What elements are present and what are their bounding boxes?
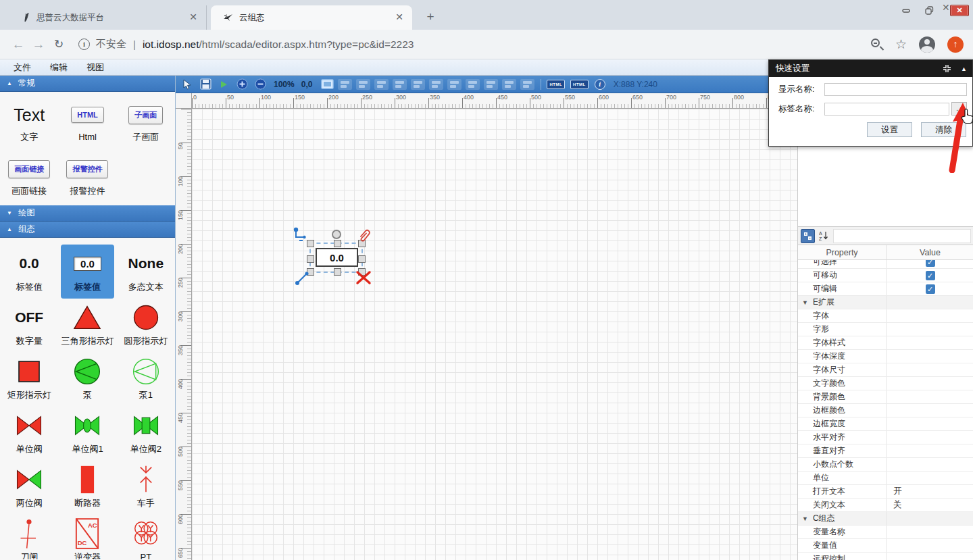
same-size-icon[interactable] — [520, 79, 534, 90]
property-row-远程控制[interactable]: 远程控制 — [798, 553, 973, 560]
display-name-input[interactable] — [824, 83, 967, 96]
palette-item-单位阀1[interactable]: 单位阀1 — [58, 407, 116, 461]
align-top-icon[interactable] — [429, 79, 443, 90]
zoom-in-icon[interactable] — [235, 78, 249, 91]
sort-alphabetical-icon[interactable]: AZ — [817, 229, 831, 243]
property-value[interactable] — [886, 363, 973, 376]
palette-item-泵1[interactable]: 泵1 — [117, 353, 175, 407]
property-value[interactable] — [886, 431, 973, 444]
property-row-单位[interactable]: 单位 — [798, 472, 973, 485]
property-row-变量值[interactable]: 变量值 — [798, 539, 973, 553]
palette-item-泵[interactable]: 泵 — [58, 353, 116, 407]
resize-handle[interactable] — [334, 240, 341, 247]
close-window-button[interactable]: ✕ ✕ — [941, 0, 973, 20]
palette-item-单位阀[interactable]: 单位阀 — [0, 407, 58, 461]
property-value[interactable] — [886, 350, 973, 363]
section-header-scada[interactable]: ▲ 组态 — [0, 222, 175, 238]
property-row-可编辑[interactable]: 可编辑✓ — [798, 282, 973, 296]
property-row-E扩展[interactable]: ▼E扩展 — [798, 296, 973, 309]
property-row-边框颜色[interactable]: 边框颜色 — [798, 404, 973, 417]
palette-item-三角形指示灯[interactable]: 三角形指示灯 — [58, 299, 116, 353]
close-tab-icon[interactable]: ✕ — [393, 11, 405, 24]
palette-item-单位阀2[interactable]: 单位阀2 — [117, 407, 175, 461]
attach-tag-icon[interactable] — [357, 228, 371, 243]
section-header-general[interactable]: ▲ 常规 — [0, 76, 175, 92]
resize-handle[interactable] — [307, 255, 314, 263]
delete-element-icon[interactable] — [355, 270, 372, 285]
menu-edit[interactable]: 编辑 — [41, 61, 77, 74]
palette-item-多态文本[interactable]: None多态文本 — [117, 245, 175, 299]
property-value[interactable]: ✓ — [886, 269, 973, 282]
palette-item-两位阀[interactable]: 两位阀 — [0, 461, 58, 515]
property-row-边框宽度[interactable]: 边框宽度 — [798, 417, 973, 431]
section-header-drawing[interactable]: ▼ 绘图 — [0, 205, 175, 222]
forward-button[interactable]: → — [28, 37, 49, 52]
property-row-变量名称[interactable]: 变量名称 — [798, 526, 973, 539]
checkbox-checked[interactable]: ✓ — [926, 284, 935, 294]
tag-value-element[interactable]: 0.0 — [316, 248, 358, 267]
connector-handle-icon[interactable] — [293, 227, 308, 243]
align-middle-icon[interactable] — [447, 79, 461, 90]
profile-avatar[interactable] — [919, 36, 935, 53]
html-export-icon[interactable]: HTML — [547, 80, 565, 89]
group-icon[interactable] — [338, 79, 352, 90]
property-row-字体尺寸[interactable]: 字体尺寸 — [798, 363, 973, 377]
group-collapse-icon[interactable]: ▼ — [802, 515, 808, 522]
bookmark-star-icon[interactable]: ☆ — [895, 36, 907, 52]
checkbox-checked[interactable]: ✓ — [926, 271, 935, 280]
reload-button[interactable]: ↻ — [49, 37, 69, 51]
property-value[interactable] — [886, 309, 973, 322]
property-value[interactable] — [886, 336, 973, 349]
property-value[interactable] — [886, 377, 973, 390]
align-bottom-icon[interactable] — [466, 79, 480, 90]
select-cursor-icon[interactable] — [180, 78, 194, 91]
line-handle-icon[interactable] — [294, 269, 311, 286]
menu-view[interactable]: 视图 — [77, 61, 114, 74]
page-info-icon[interactable]: i — [78, 39, 90, 50]
palette-item-逆变器[interactable]: ACDC逆变器 — [58, 515, 116, 559]
property-value[interactable] — [886, 417, 973, 430]
property-value[interactable]: 开 — [886, 485, 973, 498]
canvas-settings-icon[interactable] — [320, 78, 334, 91]
property-value[interactable] — [886, 444, 973, 457]
palette-item-子画面[interactable]: 子画面子画面 — [117, 97, 175, 151]
categorized-view-icon[interactable] — [801, 229, 815, 243]
collapse-panel-icon[interactable]: ▲ — [961, 66, 967, 72]
minimize-button[interactable] — [895, 1, 918, 19]
rotate-handle[interactable] — [332, 230, 341, 239]
restore-button[interactable] — [918, 1, 941, 19]
browser-update-icon[interactable]: ↑ — [947, 36, 964, 53]
close-tab-icon[interactable]: ✕ — [187, 11, 199, 24]
palette-item-文字[interactable]: Text文字 — [0, 97, 58, 151]
property-value[interactable] — [886, 553, 973, 560]
html-preview-icon[interactable]: HTML — [570, 80, 589, 89]
palette-item-矩形指示灯[interactable]: 矩形指示灯 — [0, 353, 58, 407]
palette-item-画面链接[interactable]: 画面链接画面链接 — [0, 151, 58, 205]
palette-item-数字量[interactable]: OFF数字量 — [0, 299, 58, 353]
align-center-icon[interactable] — [393, 79, 407, 90]
tab-dashboard[interactable]: 思普云大数据平台 ✕ — [9, 5, 207, 30]
property-row-文字颜色[interactable]: 文字颜色 — [798, 377, 973, 390]
info-icon[interactable]: i — [595, 79, 605, 90]
property-row-可移动[interactable]: 可移动✓ — [798, 269, 973, 282]
back-button[interactable]: ← — [8, 37, 28, 52]
property-value[interactable] — [886, 390, 973, 403]
property-row-字形[interactable]: 字形 — [798, 323, 973, 336]
property-row-小数点个数[interactable]: 小数点个数 — [798, 458, 973, 472]
save-icon[interactable] — [199, 78, 212, 91]
property-row-字体样式[interactable]: 字体样式 — [798, 336, 973, 350]
dock-panel-icon[interactable] — [943, 64, 951, 73]
zoom-indicator-icon[interactable] — [871, 39, 883, 51]
zoom-out-icon[interactable] — [253, 78, 267, 91]
resize-handle[interactable] — [334, 268, 341, 276]
palette-item-报警控件[interactable]: 报警控件报警控件 — [58, 151, 116, 205]
property-value[interactable] — [886, 458, 973, 471]
tag-name-input[interactable] — [824, 103, 949, 116]
group-collapse-icon[interactable]: ▼ — [802, 299, 808, 306]
palette-item-标签值[interactable]: 0.0标签值 — [0, 245, 58, 299]
distribute-horizontal-icon[interactable] — [484, 79, 498, 90]
url-omnibox[interactable]: i 不安全 | iot.idosp.net /html/scada/editor… — [78, 34, 871, 55]
quick-settings-header[interactable]: 快速设置 ▲ — [769, 60, 972, 77]
property-value[interactable] — [886, 526, 973, 538]
property-row-C组态[interactable]: ▼C组态 — [798, 512, 973, 526]
